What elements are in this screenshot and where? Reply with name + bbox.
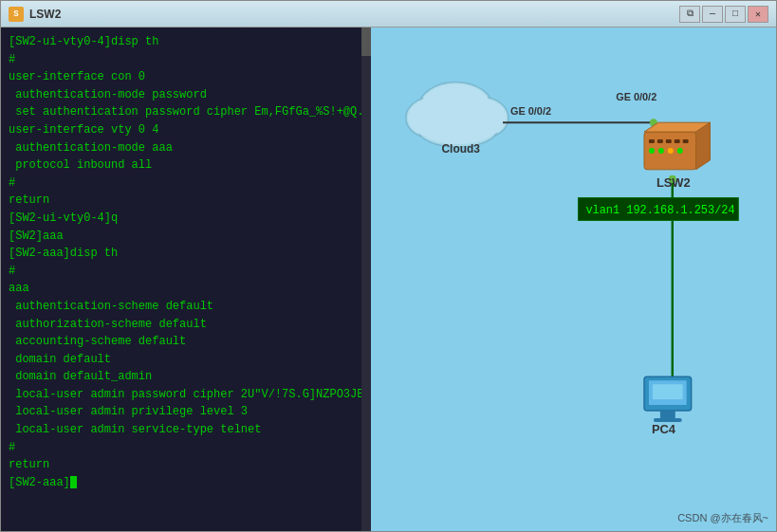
terminal-line: # <box>9 439 363 457</box>
terminal-line: aaa <box>9 280 363 298</box>
network-diagram: Cloud3 GE 0/0/2 GE 0/0/2 <box>371 28 776 531</box>
svg-rect-11 <box>649 139 655 143</box>
svg-point-19 <box>677 148 683 154</box>
terminal-panel[interactable]: [SW2-ui-vty0-4]disp th # user-interface … <box>1 28 371 531</box>
svg-rect-15 <box>683 139 689 143</box>
pc-label: PC4 <box>652 422 676 436</box>
svg-rect-21 <box>649 380 687 405</box>
minimize-button[interactable]: — <box>702 6 723 23</box>
app-icon: S <box>9 7 24 22</box>
switch-lsw2-icon <box>644 122 711 170</box>
terminal-line: authentication-mode aaa <box>9 139 363 157</box>
terminal-line: # <box>9 51 363 69</box>
terminal-line: authentication-scheme default <box>9 298 363 316</box>
network-connections: Cloud3 GE 0/0/2 GE 0/0/2 <box>371 28 776 531</box>
window-title: LSW2 <box>29 8 61 21</box>
svg-rect-22 <box>653 384 683 399</box>
svg-point-6 <box>457 99 507 137</box>
terminal-cursor <box>70 476 77 488</box>
vlan-badge <box>578 198 738 221</box>
terminal-line: [SW2-ui-vty0-4]disp th <box>9 33 363 51</box>
svg-rect-8 <box>644 132 696 170</box>
pc4-icon <box>644 376 692 422</box>
window-controls: ⧉ — □ ✕ <box>679 6 768 23</box>
terminal-line: user-interface con 0 <box>9 68 363 86</box>
connection-dot2 <box>669 175 676 183</box>
terminal-line: authentication-mode password <box>9 86 363 104</box>
terminal-line: [SW2-aaa]disp th <box>9 245 363 263</box>
terminal-line: protocol inbound all <box>9 156 363 174</box>
terminal-line: return <box>9 192 363 210</box>
svg-marker-9 <box>644 122 711 132</box>
svg-rect-14 <box>675 139 680 143</box>
svg-point-16 <box>649 148 655 154</box>
cloud-shape <box>406 82 509 147</box>
svg-rect-20 <box>644 376 692 411</box>
svg-point-0 <box>418 82 493 135</box>
watermark: CSDN @亦在春风~ <box>677 511 768 525</box>
scrollbar-thumb[interactable] <box>361 28 371 56</box>
title-bar: S LSW2 ⧉ — □ ✕ <box>1 1 776 28</box>
switch-label: LSW2 <box>657 175 691 190</box>
terminal-line: local-user admin password cipher 2U"V/!7… <box>9 386 363 404</box>
terminal-line: local-user admin privilege level 3 <box>9 403 363 421</box>
terminal-cursor-line: [SW2-aaa] <box>9 474 363 492</box>
svg-point-1 <box>406 97 459 138</box>
restore-button[interactable]: ⧉ <box>679 6 700 23</box>
content-area: [SW2-ui-vty0-4]disp th # user-interface … <box>1 28 776 531</box>
title-bar-left: S LSW2 <box>9 7 61 22</box>
terminal-line: set authentication password cipher Em,FG… <box>9 103 363 121</box>
svg-rect-23 <box>660 411 675 418</box>
terminal-line: accounting-scheme default <box>9 333 363 351</box>
cloud-label: Cloud3 <box>441 142 480 156</box>
vlan-label: vlan1 192.168.1.253/24 <box>585 204 734 217</box>
svg-point-17 <box>658 148 664 154</box>
svg-marker-10 <box>696 122 711 170</box>
svg-point-2 <box>455 97 509 138</box>
terminal-line: user-interface vty 0 4 <box>9 121 363 139</box>
terminal-line: [SW2]aaa <box>9 228 363 246</box>
main-window: S LSW2 ⧉ — □ ✕ [SW2-ui-vty0-4]disp th # … <box>0 0 777 532</box>
terminal-line: authorization-scheme default <box>9 316 363 334</box>
terminal-line: # <box>9 174 363 193</box>
svg-rect-13 <box>666 139 672 143</box>
terminal-line: local-user admin service-type telnet <box>9 421 363 439</box>
svg-rect-12 <box>657 139 663 143</box>
connection-dot <box>650 119 657 126</box>
svg-rect-24 <box>654 418 682 422</box>
ge-label-right: GE 0/0/2 <box>616 91 657 102</box>
scrollbar[interactable] <box>361 28 371 531</box>
svg-point-5 <box>408 99 457 137</box>
svg-point-4 <box>420 83 491 133</box>
terminal-line: domain default_admin <box>9 368 363 386</box>
terminal-line: [SW2-ui-vty0-4]q <box>9 210 363 228</box>
terminal-line: # <box>9 263 363 281</box>
close-button[interactable]: ✕ <box>748 6 768 23</box>
terminal-line: return <box>9 456 363 474</box>
maximize-button[interactable]: □ <box>725 6 746 23</box>
ge-label-left: GE 0/0/2 <box>510 105 551 117</box>
terminal-line: domain default <box>9 351 363 369</box>
svg-point-3 <box>418 113 497 147</box>
svg-point-18 <box>668 148 674 154</box>
svg-point-7 <box>420 114 495 144</box>
